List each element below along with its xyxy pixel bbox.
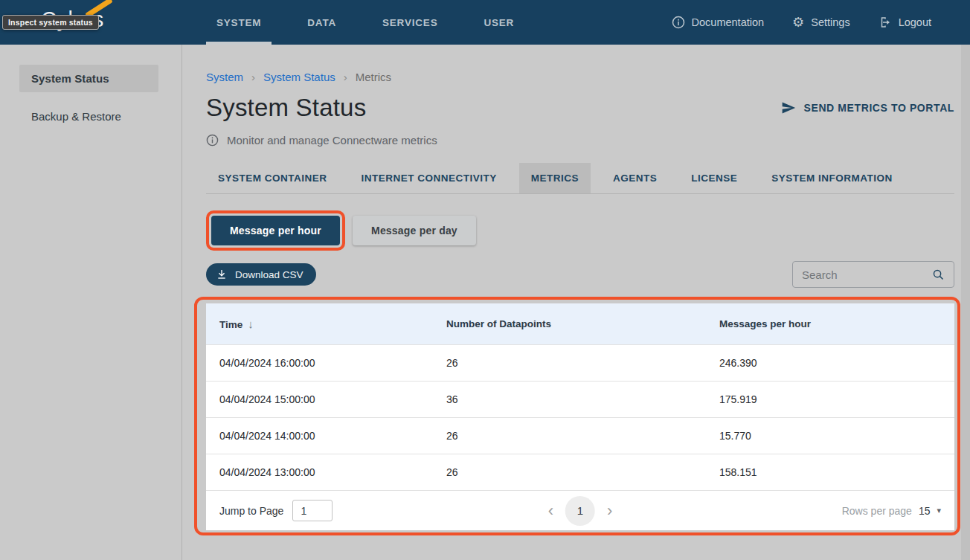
pager: ‹ 1 › [548,496,613,526]
table-header-row: Time↓ Number of Datapoints Messages per … [206,303,954,344]
settings-button[interactable]: ⚙ Settings [792,16,850,29]
top-navbar: Cybus Inspect system status SYSTEM DATA … [0,0,970,45]
sidebar-item-system-status[interactable]: System Status [19,65,158,92]
message-per-hour-button[interactable]: Message per hour [211,216,340,245]
gear-icon: ⚙ [792,16,804,29]
breadcrumb-current-metrics: Metrics [356,71,391,83]
documentation-button[interactable]: Documentation [672,16,765,29]
sort-desc-icon: ↓ [248,318,254,330]
download-csv-label: Download CSV [235,269,303,280]
breadcrumb-link-system[interactable]: System [206,71,243,83]
navbar-actions: Documentation ⚙ Settings Logout [672,0,931,45]
annotation-highlight-toggle: Message per hour [206,210,345,251]
left-sidebar: System Status Backup & Restore [0,45,182,560]
tab-agents[interactable]: AGENTS [601,163,669,193]
chevron-down-icon: ▾ [937,506,941,515]
tab-system-information[interactable]: SYSTEM INFORMATION [759,163,905,193]
column-header-time[interactable]: Time↓ [206,318,446,330]
page-title: System Status [206,94,366,122]
primary-nav-tabs: SYSTEM DATA SERVICES USER [206,0,550,45]
tab-internet-connectivity[interactable]: INTERNET CONNECTIVITY [350,163,509,193]
tooltip-inspect-system-status: Inspect system status [2,15,99,30]
search-input[interactable] [802,268,926,281]
send-metrics-label: SEND METRICS TO PORTAL [804,102,954,114]
send-icon [781,100,796,115]
documentation-label: Documentation [692,16,765,28]
breadcrumb-separator-icon: › [251,71,255,83]
table-pagination: Jump to Page ‹ 1 › Rows per page 15 ▾ [206,490,954,530]
nav-tab-user[interactable]: USER [473,0,524,45]
current-page-button[interactable]: 1 [565,496,595,526]
download-icon [216,268,228,280]
next-page-icon[interactable]: › [607,503,612,519]
column-header-messages-per-hour: Messages per hour [719,318,954,329]
app-window: Cybus Inspect system status SYSTEM DATA … [0,0,970,560]
tab-license[interactable]: LICENSE [679,163,749,193]
breadcrumb-link-system-status[interactable]: System Status [263,71,335,83]
download-csv-button[interactable]: Download CSV [206,263,316,286]
search-box [792,261,954,288]
nav-tab-services[interactable]: SERVICES [372,0,448,45]
logout-icon [879,16,892,29]
table-row: 04/04/2024 15:00:00 36 175.919 [206,381,954,417]
rows-per-page-dropdown[interactable]: Rows per page 15 ▾ [842,505,941,517]
nav-tab-system[interactable]: SYSTEM [206,0,272,45]
tab-metrics[interactable]: METRICS [519,163,591,193]
section-tabs: SYSTEM CONTAINER INTERNET CONNECTIVITY M… [206,163,954,193]
rows-per-page-label: Rows per page [842,505,912,517]
page-subtitle: Monitor and manage Connectware metrics [227,134,437,147]
sidebar-item-backup-restore[interactable]: Backup & Restore [19,103,158,130]
jump-to-page-label: Jump to Page [219,505,283,517]
logout-button[interactable]: Logout [879,16,931,29]
table-row: 04/04/2024 13:00:00 26 158.151 [206,454,954,490]
column-header-datapoints: Number of Datapoints [446,318,719,329]
vertical-scrollbar[interactable] [961,45,970,560]
table-row: 04/04/2024 14:00:00 26 15.770 [206,417,954,454]
active-tab-underline [206,42,272,45]
nav-tab-data[interactable]: DATA [297,0,347,45]
breadcrumb: System › System Status › Metrics [206,71,954,83]
metrics-table: Time↓ Number of Datapoints Messages per … [206,303,954,530]
table-row: 04/04/2024 16:00:00 26 246.390 [206,344,954,381]
rows-per-page-value: 15 [919,505,931,517]
view-toggle-group: Message per hour Message per day [206,210,954,251]
tabs-divider [206,193,954,194]
logout-label: Logout [899,16,931,28]
jump-to-page-input[interactable] [292,500,333,521]
main-content: System › System Status › Metrics System … [206,45,954,530]
search-icon[interactable] [932,268,945,281]
previous-page-icon[interactable]: ‹ [548,503,553,519]
settings-label: Settings [811,16,849,28]
info-icon [672,16,685,29]
tab-system-container[interactable]: SYSTEM CONTAINER [206,163,339,193]
info-icon [206,134,219,147]
send-metrics-to-portal-button[interactable]: SEND METRICS TO PORTAL [781,100,954,115]
message-per-day-button[interactable]: Message per day [353,216,476,245]
breadcrumb-separator-icon: › [344,71,347,83]
